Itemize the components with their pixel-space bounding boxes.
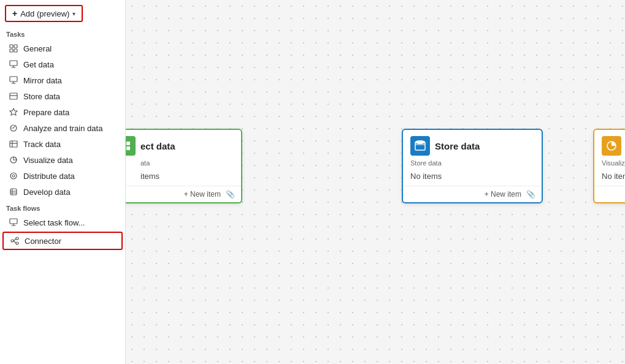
- card-create-viz-header: Create visualizations: [594, 130, 625, 159]
- sidebar-item-store-data[interactable]: Store data: [2, 88, 123, 104]
- sidebar-item-analyze-train[interactable]: Analyze and train data: [2, 120, 123, 136]
- sidebar: + Add (preview) ▾ Tasks General Get data: [0, 0, 126, 364]
- sidebar-item-prepare-data[interactable]: Prepare data: [2, 104, 123, 120]
- sidebar-item-track-data[interactable]: Track data: [2, 136, 123, 152]
- track-data-icon: [9, 139, 18, 149]
- card-store-data-new-item[interactable]: + New item: [485, 190, 521, 199]
- card-store-data-header: Store data: [403, 130, 542, 159]
- svg-rect-26: [126, 142, 130, 145]
- add-button-label: Add (preview): [20, 9, 69, 18]
- card-collect-data-title: ect data: [140, 141, 175, 151]
- card-create-viz: Create visualizations Visualize data No …: [593, 129, 625, 203]
- sidebar-item-connector[interactable]: Connector: [2, 232, 123, 250]
- card-collect-data-subtitle: ata: [126, 159, 241, 169]
- svg-rect-1: [14, 45, 17, 48]
- card-store-data-body: No items: [403, 169, 542, 186]
- select-task-flow-label: Select task flow...: [23, 218, 85, 227]
- develop-data-icon: [9, 187, 18, 197]
- card-create-viz-icon: [602, 136, 621, 156]
- distribute-data-icon: [9, 171, 18, 181]
- svg-rect-19: [10, 219, 17, 224]
- card-create-viz-body: No items: [594, 169, 625, 186]
- tasks-section-label: Tasks: [0, 26, 125, 40]
- svg-rect-4: [10, 61, 17, 66]
- mirror-data-label: Mirror data: [23, 76, 62, 85]
- select-task-flow-icon: [9, 218, 18, 227]
- svg-rect-9: [10, 141, 17, 147]
- card-store-data-footer: + New item 📎: [403, 186, 542, 202]
- general-icon: [9, 44, 18, 53]
- card-collect-data-footer: + New item 📎: [126, 186, 241, 202]
- card-collect-data-icon: [126, 136, 136, 156]
- sidebar-item-visualize-data[interactable]: Visualize data: [2, 152, 123, 168]
- sidebar-item-general[interactable]: General: [2, 40, 123, 56]
- sidebar-item-develop-data[interactable]: Develop data: [2, 184, 123, 200]
- card-create-viz-footer: + New item 📎: [594, 186, 625, 202]
- sidebar-item-select-task-flow[interactable]: Select task flow...: [2, 214, 123, 230]
- analyze-train-label: Analyze and train data: [23, 124, 102, 133]
- sidebar-item-mirror-data[interactable]: Mirror data: [2, 72, 123, 88]
- prepare-data-label: Prepare data: [23, 108, 69, 117]
- sidebar-item-distribute-data[interactable]: Distribute data: [2, 168, 123, 184]
- card-collect-data: ect data ata items + New item 📎: [126, 129, 242, 203]
- svg-point-20: [11, 240, 13, 242]
- analyze-train-icon: [9, 123, 18, 133]
- card-collect-data-attach[interactable]: 📎: [226, 190, 235, 199]
- plus-icon: +: [12, 9, 17, 18]
- add-preview-button[interactable]: + Add (preview) ▾: [5, 5, 83, 22]
- get-data-icon: [9, 59, 18, 69]
- svg-point-22: [16, 242, 18, 245]
- visualize-data-icon: [9, 155, 18, 165]
- card-store-data: Store data Store data No items + New ite…: [402, 129, 543, 203]
- store-data-icon: [9, 91, 18, 101]
- sidebar-item-get-data[interactable]: Get data: [2, 56, 123, 72]
- general-label: General: [23, 44, 52, 53]
- card-store-data-title: Store data: [435, 141, 480, 151]
- connector-label: Connector: [25, 237, 61, 246]
- visualize-data-label: Visualize data: [23, 156, 73, 165]
- add-button-wrapper: + Add (preview) ▾: [0, 0, 125, 26]
- svg-point-21: [16, 237, 18, 240]
- svg-point-14: [12, 175, 15, 177]
- svg-rect-5: [10, 77, 17, 82]
- card-collect-data-header: ect data: [126, 130, 241, 159]
- card-store-data-icon: [410, 136, 430, 156]
- card-store-data-subtitle: Store data: [403, 159, 542, 169]
- svg-point-13: [10, 173, 17, 179]
- card-collect-data-body: items: [126, 169, 241, 186]
- svg-rect-3: [14, 49, 17, 52]
- track-data-label: Track data: [23, 140, 61, 149]
- store-data-label: Store data: [23, 92, 60, 101]
- main-canvas: ect data ata items + New item 📎 Store da…: [126, 0, 625, 364]
- card-create-viz-subtitle: Visualize data: [594, 159, 625, 169]
- svg-rect-28: [126, 146, 130, 150]
- get-data-label: Get data: [23, 60, 54, 69]
- task-flows-section-label: Task flows: [0, 200, 125, 214]
- develop-data-label: Develop data: [23, 188, 71, 197]
- svg-line-24: [13, 241, 16, 243]
- svg-rect-15: [10, 189, 17, 195]
- card-store-data-attach[interactable]: 📎: [526, 190, 535, 199]
- svg-rect-6: [10, 93, 17, 99]
- distribute-data-label: Distribute data: [23, 172, 75, 181]
- chevron-icon: ▾: [72, 10, 75, 17]
- svg-line-23: [13, 239, 16, 241]
- svg-rect-2: [10, 49, 13, 52]
- connector-icon: [10, 236, 20, 246]
- svg-rect-0: [10, 45, 13, 48]
- prepare-data-icon: [9, 107, 18, 117]
- mirror-data-icon: [9, 75, 18, 85]
- card-collect-data-new-item[interactable]: + New item: [184, 190, 221, 199]
